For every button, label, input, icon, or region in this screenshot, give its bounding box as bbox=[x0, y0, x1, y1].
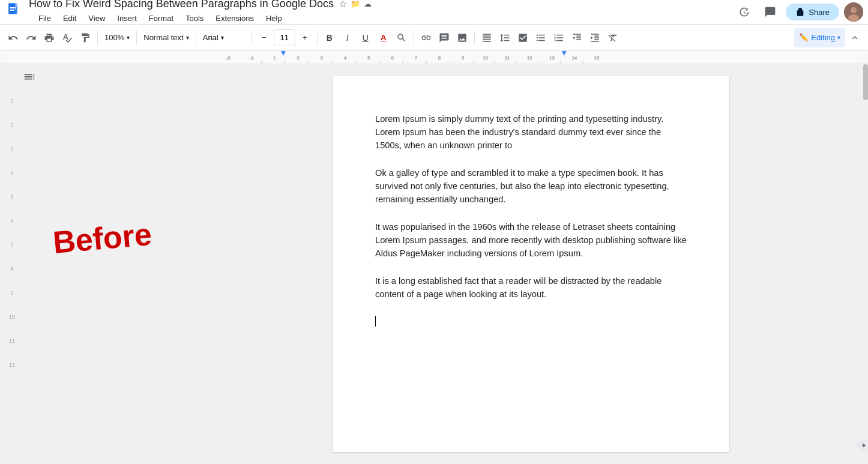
redo-button[interactable] bbox=[23, 28, 40, 47]
italic-button[interactable]: I bbox=[339, 28, 356, 47]
menu-edit[interactable]: Edit bbox=[58, 11, 81, 25]
svg-text:8: 8 bbox=[438, 55, 441, 60]
svg-text:12: 12 bbox=[527, 55, 532, 60]
font-label: Arial bbox=[203, 33, 219, 42]
zoom-control[interactable]: 100% ▾ bbox=[101, 28, 133, 47]
decrease-indent-button[interactable] bbox=[568, 28, 585, 47]
svg-text:1: 1 bbox=[273, 55, 276, 60]
scrollbar-handle[interactable] bbox=[863, 64, 868, 100]
right-controls: Share bbox=[733, 1, 863, 23]
top-bar: How to Fix Weird Spacing Between Paragra… bbox=[0, 0, 868, 51]
document-title[interactable]: How to Fix Weird Spacing Between Paragra… bbox=[29, 0, 334, 10]
menu-format[interactable]: Format bbox=[144, 11, 178, 25]
menu-tools[interactable]: Tools bbox=[181, 11, 208, 25]
svg-text:2: 2 bbox=[297, 55, 300, 60]
pencil-icon: ✏️ bbox=[799, 33, 809, 42]
svg-rect-4 bbox=[10, 7, 16, 8]
underline-button[interactable]: U bbox=[357, 28, 374, 47]
zoom-label: 100% bbox=[104, 33, 124, 42]
svg-rect-10 bbox=[8, 51, 860, 64]
divider-5 bbox=[317, 31, 318, 45]
document-page[interactable]: Lorem Ipsum is simply dummy text of the … bbox=[333, 76, 729, 452]
ruler: -2 -1 1 2 3 4 5 6 7 8 9 10 11 12 13 14 1… bbox=[0, 51, 868, 64]
zoom-arrow: ▾ bbox=[127, 34, 130, 41]
svg-rect-5 bbox=[10, 8, 16, 9]
font-size-control: − 11 + bbox=[256, 28, 313, 47]
menu-help[interactable]: Help bbox=[261, 11, 287, 25]
paragraph-1[interactable]: Lorem Ipsum is simply dummy text of the … bbox=[375, 112, 687, 152]
undo-button[interactable] bbox=[5, 28, 22, 47]
share-label: Share bbox=[809, 8, 830, 17]
star-icon[interactable]: ☆ bbox=[339, 0, 347, 10]
clear-formatting-button[interactable] bbox=[604, 28, 621, 47]
increase-indent-button[interactable] bbox=[586, 28, 603, 47]
font-size-decrease-button[interactable]: − bbox=[256, 28, 273, 47]
svg-text:6: 6 bbox=[391, 55, 394, 60]
bullet-list-button[interactable] bbox=[532, 28, 549, 47]
title-section: How to Fix Weird Spacing Between Paragra… bbox=[29, 0, 728, 26]
svg-text:13: 13 bbox=[549, 55, 555, 60]
svg-text:11: 11 bbox=[505, 55, 510, 60]
paint-format-button[interactable] bbox=[77, 28, 94, 47]
font-arrow: ▾ bbox=[221, 34, 224, 41]
document-wrapper[interactable]: Lorem Ipsum is simply dummy text of the … bbox=[204, 64, 858, 464]
svg-text:5: 5 bbox=[367, 55, 370, 60]
svg-text:10: 10 bbox=[483, 55, 488, 60]
share-button[interactable]: Share bbox=[786, 4, 839, 20]
formatting-toolbar: 100% ▾ Normal text ▾ Arial ▾ − 11 + bbox=[0, 24, 868, 50]
numbered-list-button[interactable] bbox=[550, 28, 567, 47]
editing-arrow: ▾ bbox=[837, 34, 840, 41]
font-select[interactable]: Arial ▾ bbox=[200, 28, 248, 47]
paragraph-5[interactable] bbox=[375, 315, 687, 328]
highlight-button[interactable] bbox=[393, 28, 410, 47]
text-style-label: Normal text bbox=[143, 33, 183, 42]
vertical-ruler: 1 2 3 4 5 6 7 8 9 10 11 12 bbox=[8, 64, 16, 368]
bold-button[interactable]: B bbox=[321, 28, 338, 47]
menu-extensions[interactable]: Extensions bbox=[211, 11, 259, 25]
outline-toggle[interactable] bbox=[23, 70, 36, 86]
divider-7 bbox=[474, 31, 475, 45]
text-color-button[interactable]: A bbox=[375, 28, 392, 47]
svg-text:-1: -1 bbox=[250, 55, 255, 60]
main-content: 1 2 3 4 5 6 7 8 9 10 11 12 Before Lorem … bbox=[0, 64, 868, 464]
editing-label: Editing bbox=[811, 33, 835, 42]
font-size-input[interactable]: 11 bbox=[274, 29, 295, 46]
text-cursor bbox=[375, 316, 376, 327]
annotation-area: 1 2 3 4 5 6 7 8 9 10 11 12 Before bbox=[0, 64, 204, 464]
svg-rect-6 bbox=[10, 10, 14, 11]
paragraph-3[interactable]: It was popularised in the 1960s with the… bbox=[375, 220, 687, 260]
user-avatar[interactable] bbox=[844, 2, 863, 22]
spellcheck-button[interactable] bbox=[59, 28, 76, 47]
svg-point-8 bbox=[851, 7, 857, 13]
svg-text:15: 15 bbox=[594, 55, 600, 60]
divider-3 bbox=[196, 31, 196, 45]
menu-file[interactable]: File bbox=[34, 11, 56, 25]
expand-toolbar-button[interactable] bbox=[846, 28, 863, 47]
paragraph-2[interactable]: Ok a galley of type and scrambled it to … bbox=[375, 166, 687, 206]
before-annotation: Before bbox=[51, 216, 152, 261]
svg-text:14: 14 bbox=[571, 55, 577, 60]
comment-button[interactable] bbox=[436, 28, 453, 47]
insert-image-button[interactable] bbox=[454, 28, 471, 47]
right-sidebar bbox=[858, 64, 868, 464]
editing-mode-button[interactable]: ✏️ Editing ▾ bbox=[794, 28, 845, 47]
print-button[interactable] bbox=[41, 28, 58, 47]
collapse-button[interactable] bbox=[857, 439, 868, 452]
cloud-save-icon[interactable]: ☁ bbox=[364, 0, 372, 8]
menu-insert[interactable]: Insert bbox=[112, 11, 142, 25]
paragraph-4[interactable]: It is a long established fact that a rea… bbox=[375, 274, 687, 301]
comments-button[interactable] bbox=[759, 1, 781, 23]
menu-view[interactable]: View bbox=[83, 11, 110, 25]
text-style-select[interactable]: Normal text ▾ bbox=[140, 28, 191, 47]
divider-6 bbox=[414, 31, 414, 45]
checklist-button[interactable] bbox=[514, 28, 531, 47]
move-to-folder-icon[interactable]: 📁 bbox=[351, 0, 360, 8]
font-size-increase-button[interactable]: + bbox=[297, 28, 313, 47]
divider-4 bbox=[252, 31, 252, 45]
insert-link-button[interactable] bbox=[418, 28, 435, 47]
line-spacing-button[interactable] bbox=[496, 28, 513, 47]
text-style-arrow: ▾ bbox=[186, 34, 189, 41]
align-button[interactable] bbox=[478, 28, 495, 47]
version-history-button[interactable] bbox=[733, 1, 755, 23]
svg-text:9: 9 bbox=[462, 55, 465, 60]
